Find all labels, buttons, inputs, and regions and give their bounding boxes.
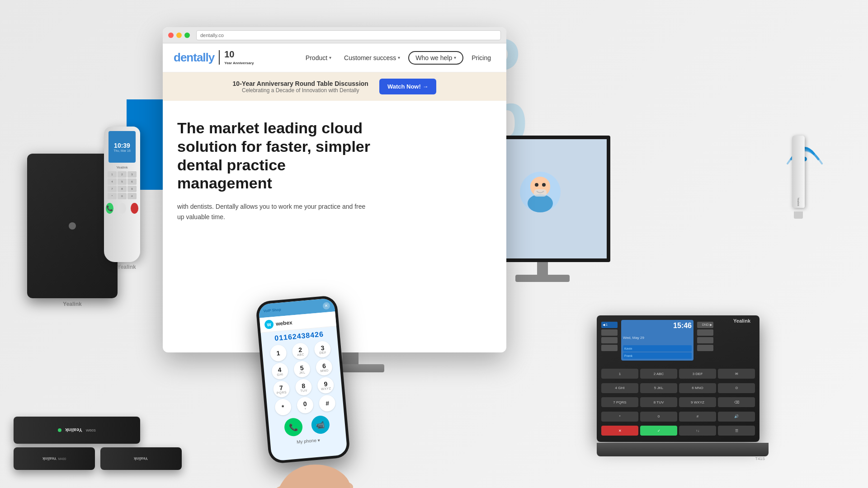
handset-call-button: 📞 bbox=[106, 203, 113, 214]
dial-key-hash[interactable]: # bbox=[319, 394, 336, 412]
handset-action-buttons: 📞 bbox=[104, 201, 140, 216]
phone-close-button[interactable]: ✕ bbox=[322, 302, 330, 310]
dp-key-star: * bbox=[601, 412, 638, 422]
nav-pricing[interactable]: Pricing bbox=[467, 52, 495, 64]
dp-line-list: Kevin Frank bbox=[623, 345, 692, 359]
nav-links: Product ▾ Customer success ▾ Who we help… bbox=[301, 51, 495, 65]
phone-video-button[interactable]: 📹 bbox=[311, 415, 330, 434]
desk-phone-right-buttons: DND ▶ bbox=[697, 320, 713, 361]
nav-who-we-help[interactable]: Who we help ▾ bbox=[408, 51, 463, 65]
dental-character-illustration bbox=[513, 169, 567, 228]
base-m400-brand-2: Yealink bbox=[134, 456, 148, 461]
line-btn-2 bbox=[601, 329, 618, 336]
right-btn-3 bbox=[697, 337, 713, 343]
hand-holding-phone bbox=[259, 441, 363, 488]
base-w60s-model: W60S bbox=[86, 428, 96, 432]
base-unit-m400-2: Yealink bbox=[100, 447, 182, 470]
right-btn-4 bbox=[697, 345, 713, 351]
dongle-body: Yealink bbox=[792, 136, 805, 208]
dp-key-call: ✓ bbox=[640, 426, 677, 436]
h-key-6: 6 bbox=[127, 178, 137, 185]
phone-screen: VoIP Shop ✕ W webex 01162438426 1 2ABC 3… bbox=[258, 298, 348, 461]
dial-key-3[interactable]: 3DEF bbox=[314, 340, 331, 358]
dp-key-5: 5 JKL bbox=[640, 383, 677, 393]
svg-point-4 bbox=[542, 183, 546, 187]
dp-key-9: 9 WXYZ bbox=[679, 397, 716, 407]
browser-url-bar[interactable]: dentally.co bbox=[196, 30, 501, 40]
svg-point-2 bbox=[528, 194, 553, 212]
dp-line-kevin: Kevin bbox=[623, 345, 692, 352]
dp-key-8: 8 TUV bbox=[640, 397, 677, 407]
banner-title: 10-Year Anniversary Round Table Discussi… bbox=[233, 80, 368, 87]
usb-dongle-device: Yealink bbox=[792, 136, 805, 219]
svg-point-3 bbox=[535, 183, 538, 187]
base-w60s-brand: Yealink bbox=[65, 427, 82, 433]
base-m400-model: M400 bbox=[58, 457, 66, 460]
base-m400-brand-1: Yealink bbox=[42, 456, 57, 461]
h-key-1: 1 bbox=[108, 171, 117, 178]
monitor-stand-neck bbox=[537, 262, 548, 276]
dial-key-9[interactable]: 9WXYZ bbox=[317, 376, 335, 394]
hand-svg bbox=[259, 441, 363, 488]
browser-minimize-dot[interactable] bbox=[176, 33, 182, 38]
h-key-8: 8 bbox=[118, 186, 127, 192]
dial-key-6[interactable]: 6MNO bbox=[316, 358, 333, 376]
dp-screen-date: Wed, May 29 bbox=[623, 336, 692, 340]
svg-rect-5 bbox=[534, 189, 547, 197]
nav-product[interactable]: Product ▾ bbox=[301, 52, 336, 64]
line-btn-1: ◀ 1 bbox=[601, 322, 618, 328]
dial-key-7[interactable]: 7PQRS bbox=[273, 380, 290, 398]
h-key-star: * bbox=[108, 193, 117, 199]
yealink-desk-phone: Yealink ◀ 1 15:46 Wed, May 29 Kevin Fran… bbox=[597, 315, 769, 461]
handset-end-button bbox=[131, 203, 138, 214]
webex-label: webex bbox=[275, 319, 292, 327]
dial-key-8[interactable]: 8TUV bbox=[295, 378, 312, 396]
dp-key-vol: 🔊 bbox=[718, 412, 755, 422]
hero-section: The market leading cloud solution for fa… bbox=[163, 101, 506, 231]
base-unit-m400-1: Yealink M400 bbox=[14, 447, 95, 470]
dp-line-frank: Frank bbox=[623, 352, 692, 359]
desk-phone-screen: 15:46 Wed, May 29 Kevin Frank bbox=[621, 320, 693, 361]
dp-key-3: 3 DEF bbox=[679, 369, 716, 379]
dect-yealink-label: Yealink bbox=[104, 264, 149, 270]
desk-phone-model-label: T41S bbox=[597, 456, 769, 461]
phone-call-button[interactable]: 📞 bbox=[283, 418, 303, 437]
dongle-brand-label: Yealink bbox=[797, 197, 800, 206]
dial-key-4[interactable]: 4GHI bbox=[271, 362, 288, 380]
nav-customer-success[interactable]: Customer success ▾ bbox=[340, 52, 405, 64]
hero-heading: The market leading cloud solution for fa… bbox=[177, 119, 394, 192]
handset-time: 10:39 bbox=[114, 142, 130, 149]
dp-key-1: 1 bbox=[601, 369, 638, 379]
dial-key-5[interactable]: 5JKL bbox=[293, 361, 311, 378]
dial-key-0[interactable]: 0+ bbox=[296, 396, 314, 414]
base-led bbox=[58, 428, 61, 432]
customer-chevron-icon: ▾ bbox=[398, 55, 400, 60]
handset-body: 10:39 Thu, Mar 16 Yealink 1 2 3 4 5 6 7 … bbox=[104, 127, 140, 262]
h-key-9: 9 bbox=[127, 186, 137, 192]
handset-date: Thu, Mar 16 bbox=[113, 149, 131, 152]
handset-screen: 10:39 Thu, Mar 16 bbox=[108, 131, 136, 163]
dp-key-msg: ✉ bbox=[718, 369, 755, 379]
phone-voipshop-logo: VoIP Shop bbox=[263, 308, 281, 313]
handset-brand: Yealink bbox=[104, 165, 140, 169]
monitor-stand-base bbox=[515, 275, 570, 282]
browser-maximize-dot[interactable] bbox=[184, 33, 190, 38]
anniversary-banner: 10-Year Anniversary Round Table Discussi… bbox=[163, 72, 506, 101]
h-key-4: 4 bbox=[108, 178, 117, 185]
dial-key-star[interactable]: * bbox=[274, 399, 292, 416]
dentally-logo-text: dentally bbox=[174, 51, 214, 65]
who-chevron-icon: ▾ bbox=[454, 55, 456, 60]
watch-now-button[interactable]: Watch Now! → bbox=[379, 79, 437, 94]
h-key-3: 3 bbox=[127, 171, 137, 178]
dial-key-1[interactable]: 1 bbox=[269, 344, 287, 362]
dect-handset-device: 10:39 Thu, Mar 16 Yealink 1 2 3 4 5 6 7 … bbox=[104, 127, 149, 280]
dp-key-4: 4 GHI bbox=[601, 383, 638, 393]
webex-icon: W bbox=[264, 319, 274, 329]
dial-key-2[interactable]: 2ABC bbox=[292, 343, 309, 360]
anniversary-badge: 10 Year Anniversary bbox=[224, 49, 254, 66]
dp-screen-time: 15:46 bbox=[623, 322, 692, 330]
dp-key-7: 7 PQRS bbox=[601, 397, 638, 407]
browser-close-dot[interactable] bbox=[168, 33, 174, 38]
dentally-logo: dentally 10 Year Anniversary bbox=[174, 49, 254, 66]
dp-key-dir: ⊙ bbox=[718, 383, 755, 393]
